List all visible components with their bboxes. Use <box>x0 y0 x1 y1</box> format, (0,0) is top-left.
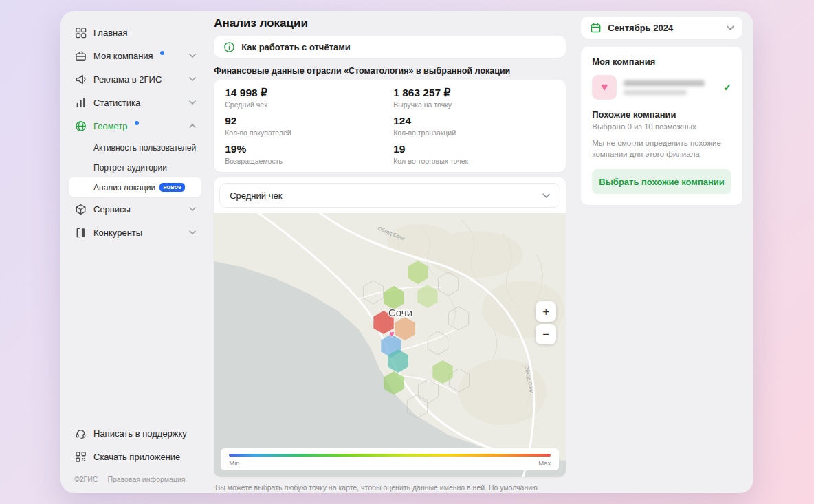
heatmap-legend: Min Max <box>221 448 559 470</box>
company-location-heart-icon[interactable]: ♥ <box>389 329 395 339</box>
grid-icon <box>74 26 87 39</box>
sidebar-item-label: Геометр <box>94 121 128 131</box>
sidebar-item-label: Главная <box>94 28 127 38</box>
chevron-down-icon <box>189 100 196 105</box>
sidebar-item-label: Моя компания <box>94 51 153 61</box>
metric-select-dropdown[interactable]: Средний чек <box>219 183 560 208</box>
company-row[interactable]: ♥ ✓ <box>592 75 732 100</box>
stat-value: 124 <box>393 115 555 127</box>
stat-label: Выручка на точку <box>393 100 555 109</box>
sidebar-item-geometr[interactable]: Геометр <box>69 114 201 138</box>
app-window: Главная Моя компания Реклама в 2ГИС Стат… <box>60 11 754 493</box>
info-icon <box>223 41 235 53</box>
stat-label: Возвращаемость <box>225 157 386 165</box>
globe-icon <box>74 120 87 132</box>
help-link-bar[interactable]: Как работать с отчётами <box>214 36 566 58</box>
sidebar-item-competitors[interactable]: Конкуренты <box>69 221 201 244</box>
sidebar: Главная Моя компания Реклама в 2ГИС Стат… <box>60 11 208 493</box>
stat-buyers-count: 92 Кол-во покупателей <box>225 115 386 137</box>
page-title: Анализ локации <box>214 17 566 30</box>
chevron-down-icon <box>189 54 196 58</box>
sidebar-subitem-label: Портрет аудитории <box>94 163 167 173</box>
stat-label: Средний чек <box>225 100 386 109</box>
finance-stats-card: 14 998 ₽ Средний чек 1 863 257 ₽ Выручка… <box>214 80 566 172</box>
map-zoom-controls: + − <box>536 301 556 344</box>
my-company-title: Моя компания <box>592 56 732 67</box>
notification-dot <box>135 121 139 125</box>
sidebar-item-statistics[interactable]: Статистика <box>69 91 201 114</box>
copyright-text: ©2ГИС <box>74 475 98 483</box>
similar-companies-title: Похожие компании <box>592 109 732 120</box>
headset-icon <box>74 427 87 439</box>
sidebar-subitem-label: Анализ локации <box>94 183 155 193</box>
chevron-down-icon <box>189 230 196 234</box>
sidebar-footer: ©2ГИС Правовая информация <box>69 468 201 483</box>
stat-label: Кол-во покупателей <box>225 129 386 137</box>
period-value: Сентябрь 2024 <box>608 23 673 33</box>
support-label: Написать в поддержку <box>94 428 187 439</box>
cube-icon <box>74 203 87 215</box>
selected-count-text: Выбрано 0 из 10 возможных <box>592 122 732 131</box>
content-area: Анализ локации Как работать с отчётами Ф… <box>208 11 754 493</box>
stat-label: Кол-во торговых точек <box>393 157 555 165</box>
sidebar-item-label: Сервисы <box>94 204 131 215</box>
sidebar-item-services[interactable]: Сервисы <box>69 197 201 221</box>
stat-avg-check: 14 998 ₽ Средний чек <box>225 87 386 109</box>
map-svg: Обход Сочи Обход Сочи <box>214 213 566 477</box>
legend-max-label: Max <box>538 459 551 467</box>
stat-return-rate: 19% Возвращаемость <box>225 143 386 165</box>
main-column: Анализ локации Как работать с отчётами Ф… <box>214 17 566 493</box>
sidebar-subitem-user-activity[interactable]: Активность пользователей <box>69 138 201 157</box>
chevron-down-icon <box>542 193 550 198</box>
new-badge: новое <box>160 183 185 192</box>
bar-chart-icon <box>74 96 87 109</box>
sidebar-item-label: Статистика <box>94 98 140 108</box>
chevron-down-icon <box>189 207 196 211</box>
stat-value: 92 <box>225 115 386 127</box>
download-label: Скачать приложение <box>94 452 180 462</box>
calendar-icon <box>589 21 602 34</box>
sidebar-item-home[interactable]: Главная <box>69 21 201 44</box>
sidebar-subitem-location-analysis[interactable]: Анализ локации новое <box>69 177 201 197</box>
sidebar-item-my-company[interactable]: Моя компания <box>69 44 201 67</box>
stat-value: 19% <box>225 143 386 155</box>
zoom-in-button[interactable]: + <box>536 301 556 322</box>
finance-section-heading: Финансовые данные отрасли «Стоматология»… <box>214 66 566 76</box>
chevron-down-icon <box>727 25 734 30</box>
map-card: Средний чек <box>214 177 566 477</box>
chevron-up-icon <box>189 124 196 128</box>
company-card: Моя компания ♥ ✓ Похожие компании Выбран… <box>581 47 742 205</box>
stat-value: 14 998 ₽ <box>225 87 386 99</box>
metric-select-value: Средний чек <box>230 190 282 201</box>
download-app-link[interactable]: Скачать приложение <box>69 445 201 468</box>
company-name-blurred <box>624 80 705 95</box>
sidebar-item-label: Конкуренты <box>94 228 142 238</box>
heart-icon: ♥ <box>601 80 608 94</box>
sidebar-subitem-label: Активность пользователей <box>94 143 196 153</box>
zoom-out-button[interactable]: − <box>536 324 556 344</box>
megaphone-icon <box>74 73 87 85</box>
qr-code-icon <box>74 450 87 463</box>
sidebar-item-label: Реклама в 2ГИС <box>94 74 162 85</box>
legal-link[interactable]: Правовая информация <box>107 475 185 483</box>
map-caption: Вы можете выбрать любую точку на карте, … <box>214 483 566 493</box>
chevron-down-icon <box>189 77 196 81</box>
stat-points-count: 19 Кол-во торговых точек <box>393 143 555 165</box>
select-similar-companies-button[interactable]: Выбрать похожие компании <box>592 169 732 194</box>
stat-revenue-per-point: 1 863 257 ₽ Выручка на точку <box>393 87 555 109</box>
notification-dot <box>160 51 164 55</box>
sidebar-item-ads[interactable]: Реклама в 2ГИС <box>69 67 201 91</box>
stat-value: 19 <box>393 143 555 155</box>
company-avatar: ♥ <box>592 75 617 100</box>
competitors-icon <box>74 226 87 239</box>
support-link[interactable]: Написать в поддержку <box>69 421 201 445</box>
map-canvas[interactable]: Обход Сочи Обход Сочи <box>214 213 566 477</box>
metric-row: Средний чек <box>214 177 566 213</box>
right-panel: Сентябрь 2024 Моя компания ♥ ✓ Похожие к… <box>581 17 742 493</box>
stat-value: 1 863 257 ₽ <box>393 87 555 99</box>
period-selector[interactable]: Сентябрь 2024 <box>581 17 742 39</box>
sidebar-subitem-audience-portrait[interactable]: Портрет аудитории <box>69 157 201 177</box>
sidebar-bottom: Написать в поддержку Скачать приложение … <box>69 421 201 483</box>
legend-gradient-bar <box>229 454 551 457</box>
stat-transactions-count: 124 Кол-во транзакций <box>393 115 555 137</box>
